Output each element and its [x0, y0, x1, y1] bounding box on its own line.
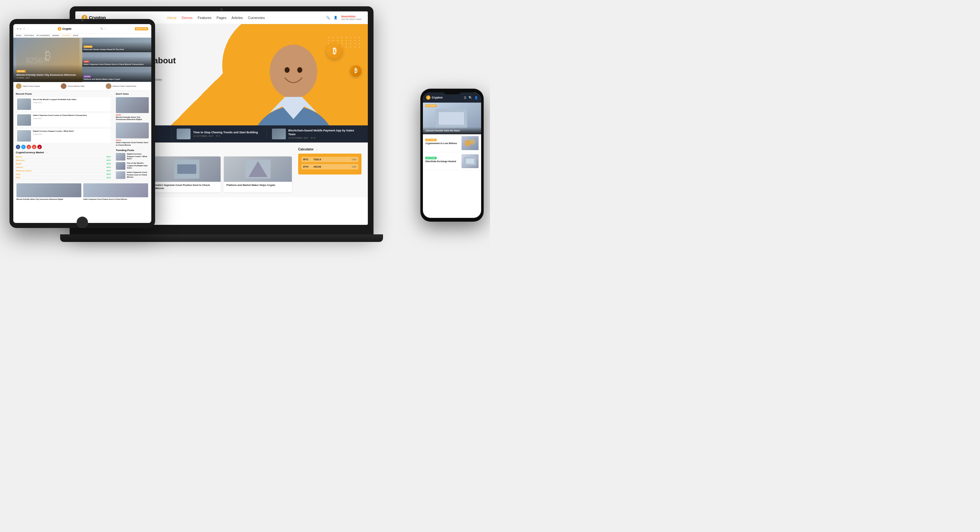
- crypto-row-ltc: Litecoin $244: [16, 166, 111, 169]
- tablet-trend-item-1: Digital Currency Support Levels—What Now…: [116, 153, 149, 161]
- svg-rect-23: [466, 159, 474, 164]
- tablet-logo: ₿ Crypto: [57, 27, 72, 31]
- tablet-home-button[interactable]: [76, 217, 88, 228]
- tab-nav-mining[interactable]: MINING: [52, 35, 59, 37]
- mobile-search-icon[interactable]: 🔍: [468, 96, 472, 99]
- tab-search-icon[interactable]: 🔍: [100, 27, 103, 30]
- tab-nav-features[interactable]: FEATURES: [24, 35, 34, 37]
- nav-link-demos[interactable]: Demos: [182, 16, 193, 20]
- post-card-3-image: [224, 156, 292, 182]
- crypto-row-dash: Dash $244: [16, 173, 111, 176]
- tablet-trend-thumb-2: [116, 162, 125, 170]
- svg-text:92567: 92567: [25, 56, 47, 65]
- tablet-crypto-title: CryptoCurrency Market →: [16, 151, 111, 154]
- tablet-grid-item-1: NEWS Bitcoin-Friendly Swiss City Announc…: [116, 97, 149, 121]
- tab-nav-earnings[interactable]: MY EARNINGS: [37, 35, 50, 37]
- mobile-user-icon[interactable]: 👤: [474, 96, 478, 99]
- tab-nav-trading[interactable]: TRADING: [62, 35, 70, 37]
- ticker-title-3: Blockchain-based Mobile Payment App by G…: [288, 129, 356, 136]
- tablet-post-thumb-1: [17, 99, 31, 110]
- post-card-3: Platform and Market Maker Helps Crypto: [224, 156, 292, 192]
- tablet-bottom-item-1: Bitcoin-Friendly Swiss City Announces Et…: [16, 183, 81, 200]
- laptop-nav-links: Home Demos Features Pages Articles Curre…: [167, 16, 265, 20]
- crypto-name-dash: Dash: [16, 173, 21, 175]
- nav-link-features[interactable]: Features: [198, 16, 212, 20]
- tablet-right-col: Don't miss NEWS Bitcoin-Friendly Swiss C…: [113, 91, 151, 183]
- crypto-name-eth: Ethereum: [16, 159, 25, 161]
- mobile-nav-icons: ☰ 🔍 👤: [464, 96, 478, 99]
- tab-reload-icon: ↻: [24, 27, 25, 30]
- tablet-grid-tag-2: NEWS: [116, 139, 149, 141]
- crypto-row-iota: IOTA $244: [16, 176, 111, 180]
- calculator-arrow-icon: →: [315, 148, 318, 151]
- calc-row-btc: BTC 7322.6 USD: [301, 157, 358, 162]
- ticker-info-2: Time to Stop Chasing Trends and Start Bu…: [193, 131, 261, 137]
- pinterest-icon[interactable]: p: [37, 145, 42, 149]
- ticker-date-2: 16 OCTOBER, 2017 👁 5: [193, 135, 261, 137]
- tablet-hero-tag: BITCOIN: [16, 70, 25, 73]
- calc-eth-unit: USD: [352, 166, 356, 168]
- user-icon[interactable]: 👤: [334, 16, 337, 19]
- tab-nav-news[interactable]: NEWS: [16, 35, 22, 37]
- facebook-icon[interactable]: f: [16, 145, 20, 149]
- googleplus-icon[interactable]: g: [32, 145, 37, 149]
- tablet-left-col: Recent Posts One of the World's Largest …: [13, 91, 113, 183]
- mobile-hero-label: HOT STORY: [425, 105, 436, 107]
- tablet-trend-title-2: One of the World's Largest Profitable Ky…: [127, 162, 149, 170]
- nav-link-pages[interactable]: Pages: [216, 16, 226, 20]
- post-card-2-image: [153, 156, 221, 182]
- crypto-val-rip: $244: [107, 163, 111, 165]
- nav-link-currencies[interactable]: Currencies: [248, 16, 265, 20]
- crypto-row-eth: Ethereum $244: [16, 159, 111, 162]
- svg-point-19: [465, 140, 471, 146]
- tab-share-icon[interactable]: ⤴: [105, 27, 106, 30]
- mobile-article-1-label: HOT STORY: [425, 139, 436, 141]
- ticker-title-2: Time to Stop Chasing Trends and Start Bu…: [193, 131, 261, 135]
- tablet-post-info-3: Digital Currency Support Levels—What Now…: [33, 130, 110, 142]
- post-card-2-body: India's Supreme Court Pushes Govt to Che…: [153, 182, 221, 192]
- tablet-social: f t y g p: [16, 145, 111, 149]
- tablet-post-item-1: One of the World's Largest Profitable Ky…: [16, 97, 111, 111]
- mobile-logo-coin: ₿: [426, 95, 431, 100]
- tablet-grid-item-2: NEWS India's Supreme Court Pushes Govt t…: [116, 123, 149, 146]
- tablet-sub-nav: NEWS FEATURES MY EARNINGS MINING TRADING…: [13, 33, 151, 38]
- tablet-trend-title-3: India's Supreme Court Pushes Govt to Che…: [127, 171, 149, 179]
- tablet-side-overlay-1: ETHEREUM Ethereum Classic Jumps Ahead Of…: [82, 41, 151, 52]
- newsletter-button[interactable]: Newsletter Get the latest news: [341, 15, 361, 20]
- tablet-main-hero: ₿ 92567 BITCOIN Bitcoin-Friendly Swiss C…: [13, 38, 82, 82]
- youtube-icon[interactable]: y: [27, 145, 31, 149]
- post-card-3-body: Platform and Market Maker Helps Crypto: [224, 182, 292, 189]
- tablet-grid-title-2: India's Supreme Court Pushes Govt to Che…: [116, 142, 149, 146]
- svg-point-4: [297, 67, 302, 73]
- author-2-text: Florence Bitcoins Today: [68, 85, 84, 87]
- laptop-calculator: Calculator → BTC 7322.6 USD ETH 193: [298, 148, 361, 192]
- svg-point-20: [470, 139, 475, 144]
- tablet-post-item-3: Digital Currency Support Levels—What Now…: [16, 129, 111, 143]
- search-icon[interactable]: 🔍: [326, 16, 330, 19]
- mobile-article-1-title: Cryptomarket to Lose Billions: [425, 142, 460, 145]
- nav-link-articles[interactable]: Articles: [231, 16, 243, 20]
- twitter-icon[interactable]: t: [21, 145, 25, 149]
- tablet-post-info-1: One of the World's Largest Profitable Ky…: [33, 99, 110, 110]
- crypto-val-ltc: $244: [107, 166, 111, 168]
- tablet-author-strip: Digital Currency Support Florence Bitcoi…: [13, 82, 151, 91]
- tablet-side-title-1: Ethereum Classic Jumps Ahead Of The Pack: [84, 48, 150, 51]
- tablet-trend-item-3: India's Supreme Court Pushes Govt to Che…: [116, 171, 149, 179]
- tab-nav-shop[interactable]: SHOP: [73, 35, 78, 37]
- mobile-article-2-label: HOT STORY: [425, 157, 436, 159]
- post-card-2: India's Supreme Court Pushes Govt to Che…: [153, 156, 221, 192]
- tablet-grid-posts: NEWS Bitcoin-Friendly Swiss City Announc…: [116, 97, 149, 146]
- author-avatar-3: [106, 83, 111, 89]
- mobile-menu-icon[interactable]: ☰: [464, 96, 466, 99]
- svg-rect-17: [439, 112, 464, 125]
- nav-link-home[interactable]: Home: [167, 16, 176, 20]
- tablet-author-3: Ethereum Classic Jumped Ahead: [106, 83, 149, 89]
- crypto-name-etc: Ethereum Classic: [16, 170, 32, 172]
- svg-point-1: [270, 45, 317, 99]
- mobile-brand: Crypton: [432, 96, 443, 99]
- ticker-thumb-2: [177, 129, 191, 139]
- tablet-side-articles: ETHEREUM Ethereum Classic Jumps Ahead Of…: [82, 38, 151, 82]
- tablet-crypto-market: CryptoCurrency Market → Bitcoin $244 Eth…: [16, 151, 111, 180]
- ticker-date-3: 10 OCTOBER, 2017 👁 8: [288, 137, 356, 139]
- mobile-article-2-title: EtherDelta Exchange Hacked: [425, 160, 460, 163]
